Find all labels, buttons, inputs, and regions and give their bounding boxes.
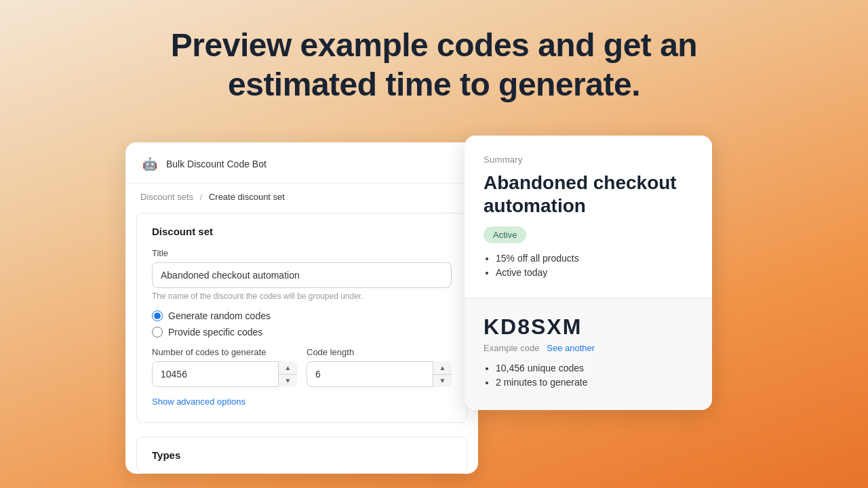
summary-card: Summary Abandoned checkout automation Ac…: [465, 136, 712, 410]
code-length-label: Code length: [307, 347, 452, 357]
see-another-link[interactable]: See another: [547, 343, 595, 353]
radio-provide-specific-input[interactable]: [152, 327, 163, 338]
discount-set-section: Discount set Title The name of the disco…: [136, 213, 467, 423]
radio-generate-random-label: Generate random codes: [168, 310, 271, 321]
form-card-header: 🤖 Bulk Discount Code Bot: [125, 142, 478, 184]
breadcrumb-separator: /: [200, 192, 203, 202]
discount-set-title: Discount set: [152, 226, 452, 237]
num-codes-input-wrapper: ▲ ▼: [152, 361, 297, 387]
summary-list: 15% off all products Active today: [484, 253, 693, 278]
code-stats-unique: 10,456 unique codes: [496, 363, 693, 373]
summary-list-item-discount: 15% off all products: [496, 253, 693, 264]
num-codes-label: Number of codes to generate: [152, 347, 297, 357]
code-length-input[interactable]: [307, 361, 452, 387]
radio-generate-random-input[interactable]: [152, 310, 163, 321]
num-codes-field: Number of codes to generate ▲ ▼: [152, 347, 297, 387]
code-length-stepper: ▲ ▼: [433, 361, 452, 387]
summary-bottom: KD8SXM Example code See another 10,456 u…: [465, 298, 712, 410]
types-wrapper: Types: [125, 423, 478, 474]
code-type-radio-group: Generate random codes Provide specific c…: [152, 310, 452, 338]
summary-list-item-active-today: Active today: [496, 267, 693, 278]
num-codes-increment[interactable]: ▲: [279, 361, 297, 375]
code-length-decrement[interactable]: ▼: [433, 375, 452, 388]
types-card: Types: [136, 436, 467, 474]
two-col-fields: Number of codes to generate ▲ ▼ Code len…: [152, 347, 452, 387]
active-badge: Active: [484, 226, 526, 243]
radio-provide-specific-label: Provide specific codes: [168, 327, 262, 338]
hero-title: Preview example codes and get an estimat…: [0, 0, 868, 125]
breadcrumb: Discount sets / Create discount set: [125, 184, 478, 210]
radio-provide-specific[interactable]: Provide specific codes: [152, 327, 452, 338]
code-length-input-wrapper: ▲ ▼: [307, 361, 452, 387]
title-label: Title: [152, 248, 452, 258]
cards-container: 🤖 Bulk Discount Code Bot Discount sets /…: [125, 142, 736, 474]
title-hint: The name of the discount the codes will …: [152, 291, 452, 301]
types-title: Types: [152, 449, 452, 461]
code-stats-list: 10,456 unique codes 2 minutes to generat…: [484, 363, 693, 388]
example-code: KD8SXM: [484, 314, 693, 340]
summary-top: Summary Abandoned checkout automation Ac…: [465, 136, 712, 298]
summary-automation-title: Abandoned checkout automation: [484, 171, 693, 217]
code-stats-time: 2 minutes to generate: [496, 377, 693, 388]
summary-label: Summary: [484, 155, 693, 165]
example-code-label: Example code See another: [484, 343, 693, 353]
bot-icon: 🤖: [140, 155, 159, 174]
show-advanced-button[interactable]: Show advanced options: [152, 396, 245, 407]
code-length-increment[interactable]: ▲: [433, 361, 452, 375]
num-codes-stepper: ▲ ▼: [278, 361, 297, 387]
breadcrumb-parent[interactable]: Discount sets: [140, 192, 193, 202]
form-card: 🤖 Bulk Discount Code Bot Discount sets /…: [125, 142, 478, 474]
num-codes-decrement[interactable]: ▼: [279, 375, 297, 388]
code-length-field: Code length ▲ ▼: [307, 347, 452, 387]
app-name: Bulk Discount Code Bot: [166, 159, 267, 169]
title-input[interactable]: [152, 262, 452, 288]
num-codes-input[interactable]: [152, 361, 297, 387]
breadcrumb-current: Create discount set: [209, 192, 285, 202]
radio-generate-random[interactable]: Generate random codes: [152, 310, 452, 321]
